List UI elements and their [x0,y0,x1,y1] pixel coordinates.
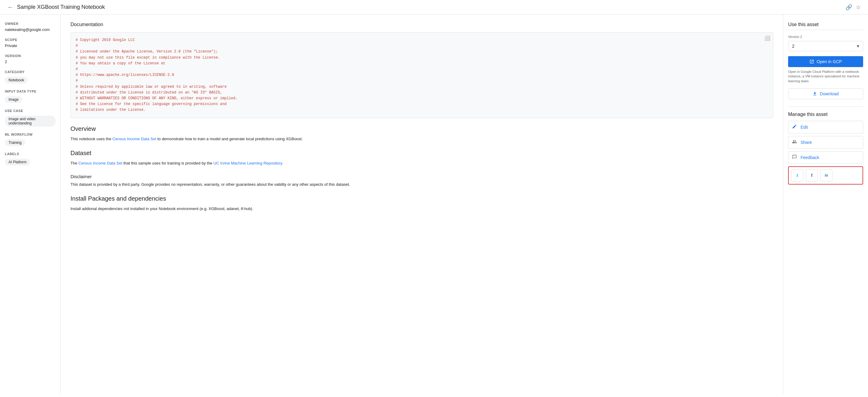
gcp-description: Open in Google Cloud Platform with a not… [788,69,863,84]
facebook-icon: f [811,173,813,178]
sidebar-use-case-section: Use case Image and video understanding [5,109,56,127]
open-gcp-label: Open in GCP [817,59,842,64]
edit-label: Edit [801,125,808,130]
dataset-text: The Census Income Data Set that this sam… [70,160,773,167]
version-label-right: Version 2 [788,35,863,38]
code-line: # Unless required by applicable law or a… [76,84,768,90]
input-data-tag: Image [5,96,22,103]
back-button[interactable]: ← [7,4,13,11]
feedback-label: Feedback [801,155,819,160]
dataset-section: Dataset The Census Income Data Set that … [70,150,773,167]
install-text: Install addional dependencies not instal… [70,206,773,212]
census-income-link-dataset[interactable]: Census Income Data Set [79,161,122,165]
category-tag: Notebook [5,77,28,84]
census-income-link-overview[interactable]: Census Income Data Set [113,137,156,141]
linkedin-icon: in [825,173,828,177]
disclaimer-text: This dataset is provided by a third part… [70,181,773,188]
overview-text-after: to demonstrate how to train a model and … [156,137,303,141]
owner-value: natekeating@google.com [5,27,56,32]
download-label: Download [820,91,839,96]
dataset-text-middle: that this sample uses for training is pr… [122,161,214,165]
code-line: # [76,66,768,72]
sidebar: Owner natekeating@google.com Scope Priva… [0,14,61,394]
external-link-icon [809,59,814,64]
version-select-wrapper: 2 1 ▼ [788,41,863,51]
download-icon [812,91,817,96]
overview-section: Overview This notebook uses the Census I… [70,125,773,142]
download-button[interactable]: Download [788,88,863,99]
right-panel: Use this asset Version 2 2 1 ▼ Open in G… [783,14,868,394]
code-line: # Copyright 2019 Google LLC [76,37,768,43]
owner-label: Owner [5,22,56,26]
share-button[interactable]: Share [788,136,863,149]
dataset-text-after: . [282,161,283,165]
sidebar-input-data-section: Input data type Image [5,90,56,103]
open-gcp-button[interactable]: Open in GCP [788,56,863,67]
uc-irvine-link[interactable]: UC Irvine Machine Learning Repository [213,161,282,165]
doc-title: Documentation [70,22,773,27]
code-content: # Copyright 2019 Google LLC## Licensed u… [76,37,768,113]
labels-label: Labels [5,152,56,156]
code-line: # you may not use this file except in co… [76,55,768,61]
overview-text-before: This notebook uses the [70,137,113,141]
linkedin-button[interactable]: in [820,169,833,181]
code-line: # distributed under the License is distr… [76,90,768,96]
facebook-button[interactable]: f [806,169,818,181]
sidebar-labels-section: Labels AI Platform [5,152,56,165]
share-icon [792,139,797,145]
divider-1 [788,30,863,30]
code-line: # [76,78,768,84]
use-case-label: Use case [5,109,56,112]
overview-heading: Overview [70,125,773,132]
main-content: Documentation ⬜ # Copyright 2019 Google … [61,14,783,394]
code-line: # limitations under the License. [76,107,768,113]
twitter-icon: t [797,173,798,178]
sidebar-category-section: Category Notebook [5,70,56,84]
scope-value: Private [5,43,56,48]
labels-tag: AI Platform [5,159,30,165]
version-label: Version [5,54,56,58]
ml-workflow-label: ml workflow [5,133,56,136]
overview-text: This notebook uses the Census Income Dat… [70,136,773,142]
social-share-container: t f in [788,166,863,185]
divider-2 [788,106,863,107]
star-icon[interactable]: ☆ [856,4,861,11]
sidebar-owner-section: Owner natekeating@google.com [5,22,56,32]
code-block: ⬜ # Copyright 2019 Google LLC## Licensed… [70,32,773,118]
use-case-tag: Image and video understanding [5,115,56,127]
code-line: # https://www.apache.org/licenses/LICENS… [76,72,768,78]
main-layout: Owner natekeating@google.com Scope Priva… [0,14,868,394]
ml-workflow-tag: Training [5,139,25,146]
use-asset-title: Use this asset [788,22,863,27]
dataset-text-before: The [70,161,79,165]
code-line: # WITHOUT WARRANTIES OR CONDITIONS OF AN… [76,96,768,101]
install-section: Install Packages and dependencies Instal… [70,195,773,212]
input-data-label: Input data type [5,90,56,93]
share-label: Share [801,140,812,145]
link-icon[interactable]: 🔗 [845,4,852,11]
code-line: # [76,43,768,49]
disclaimer-section: Disclaimer This dataset is provided by a… [70,174,773,188]
category-label: Category [5,70,56,74]
code-line: # See the License for the specific langu… [76,101,768,107]
header: ← Sample XGBoost Training Notebook 🔗 ☆ [0,0,868,14]
page-title: Sample XGBoost Training Notebook [17,4,842,10]
code-line: # You may obtain a copy of the License a… [76,61,768,66]
edit-icon [792,124,797,130]
manage-title: Manage this asset [788,112,863,117]
install-heading: Install Packages and dependencies [70,195,773,202]
code-line: # Licensed under the Apache License, Ver… [76,49,768,55]
sidebar-scope-section: Scope Private [5,38,56,48]
sidebar-ml-workflow-section: ml workflow Training [5,133,56,146]
scope-label: Scope [5,38,56,41]
dataset-heading: Dataset [70,150,773,157]
copy-icon[interactable]: ⬜ [765,35,771,43]
version-value: 2 [5,60,56,64]
feedback-button[interactable]: Feedback [788,151,863,164]
sidebar-version-section: Version 2 [5,54,56,64]
twitter-button[interactable]: t [791,169,803,181]
edit-button[interactable]: Edit [788,121,863,134]
disclaimer-heading: Disclaimer [70,174,773,179]
version-select[interactable]: 2 1 [788,41,863,51]
feedback-icon [792,155,797,161]
